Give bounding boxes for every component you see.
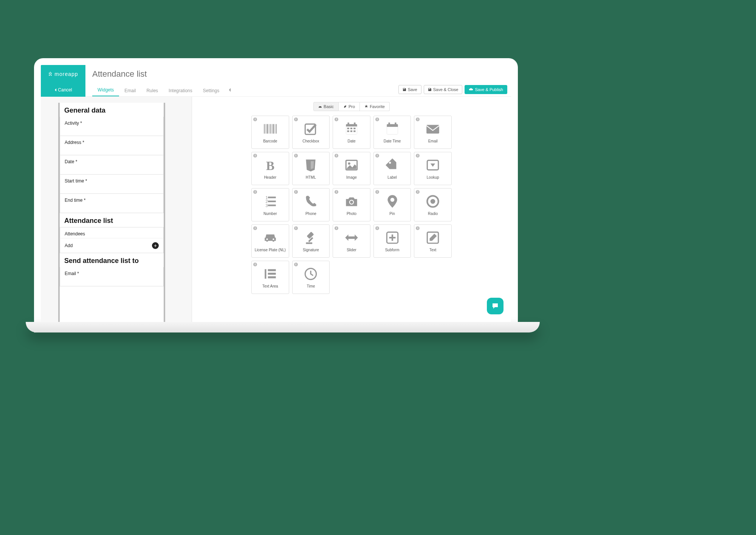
widget-barcode[interactable]: i Barcode	[251, 116, 289, 149]
field-email[interactable]: Email *	[60, 267, 164, 286]
add-attendee-button[interactable]: Add +	[60, 238, 164, 253]
section-general-data: General data	[60, 103, 164, 117]
tab-widgets[interactable]: Widgets	[92, 84, 119, 96]
widget-radio[interactable]: i Radio	[414, 188, 452, 221]
field-activity[interactable]: Activity *	[60, 117, 164, 136]
info-icon[interactable]: i	[375, 190, 379, 194]
info-icon[interactable]: i	[253, 190, 257, 194]
field-date[interactable]: Date *	[60, 155, 164, 175]
save-button[interactable]: Save	[398, 85, 421, 94]
svg-rect-17	[347, 130, 349, 132]
widget-slider[interactable]: i Slider	[333, 224, 370, 258]
widget-email[interactable]: i Email	[414, 116, 452, 149]
widget-phone[interactable]: i Phone	[292, 188, 330, 221]
gavel-icon	[303, 230, 319, 246]
info-icon[interactable]: i	[294, 190, 298, 194]
widget-text[interactable]: i Text	[414, 224, 452, 258]
svg-rect-23	[395, 122, 396, 125]
filter-basic[interactable]: Basic	[313, 102, 339, 111]
camera-icon	[344, 193, 359, 209]
brand-logo[interactable]: moreapp	[41, 65, 85, 83]
save-close-button[interactable]: Save & Close	[424, 85, 463, 94]
save-publish-button[interactable]: Save & Publish	[465, 85, 507, 94]
star-icon	[364, 105, 368, 108]
svg-rect-19	[353, 130, 355, 132]
svg-rect-13	[354, 122, 355, 125]
cancel-button[interactable]: Cancel	[41, 83, 85, 97]
info-icon[interactable]: i	[416, 154, 420, 158]
widget-subform[interactable]: i Subform	[373, 224, 411, 258]
svg-rect-15	[350, 128, 352, 129]
svg-rect-1	[265, 124, 266, 133]
svg-point-38	[390, 198, 394, 202]
svg-point-41	[266, 238, 268, 240]
info-icon[interactable]: i	[294, 154, 298, 158]
filter-pro[interactable]: Pro	[339, 102, 360, 111]
field-end-time[interactable]: End time *	[60, 194, 164, 213]
widget-license-plate[interactable]: i License Plate (NL)	[251, 224, 289, 258]
info-icon[interactable]: i	[335, 190, 338, 194]
floppy-icon	[428, 88, 432, 91]
widget-checkbox[interactable]: i Checkbox	[292, 116, 330, 149]
widget-grid: i Barcode i Checkbox i Date i	[251, 116, 452, 294]
widget-datetime[interactable]: i Date Time	[373, 116, 411, 149]
widget-time[interactable]: i Time	[292, 261, 330, 294]
info-icon[interactable]: i	[253, 226, 257, 230]
widget-html[interactable]: i HTML	[292, 152, 330, 185]
svg-rect-52	[268, 273, 276, 275]
plus-square-icon	[384, 230, 400, 246]
brand-text: moreapp	[54, 71, 78, 77]
section-attendance-list: Attendance list	[60, 213, 164, 227]
svg-rect-16	[353, 128, 355, 129]
info-icon[interactable]: i	[294, 263, 298, 266]
info-icon[interactable]: i	[294, 226, 298, 230]
widget-image[interactable]: i Image	[333, 152, 370, 185]
field-address[interactable]: Address *	[60, 136, 164, 155]
radio-icon	[425, 193, 441, 209]
widget-pin[interactable]: i Pin	[373, 188, 411, 221]
filter-favorite[interactable]: Favorite	[360, 102, 390, 111]
widget-lookup[interactable]: i Lookup	[414, 152, 452, 185]
cloud-icon	[469, 88, 473, 91]
widget-textarea[interactable]: i Text Area	[251, 261, 289, 294]
svg-rect-18	[350, 130, 352, 132]
info-icon[interactable]: i	[253, 118, 257, 121]
info-icon[interactable]: i	[416, 190, 420, 194]
info-icon[interactable]: i	[416, 226, 420, 230]
envelope-icon	[425, 121, 441, 137]
tab-rules[interactable]: Rules	[141, 85, 163, 96]
svg-rect-5	[271, 124, 272, 133]
info-icon[interactable]: i	[416, 118, 420, 121]
info-icon[interactable]: i	[335, 154, 338, 158]
info-icon[interactable]: i	[294, 118, 298, 121]
phone-icon	[303, 193, 319, 209]
info-icon[interactable]: i	[335, 226, 338, 230]
info-icon[interactable]: i	[375, 226, 379, 230]
info-icon[interactable]: i	[335, 118, 338, 121]
calendar-blank-icon	[384, 121, 400, 137]
tab-email[interactable]: Email	[119, 85, 141, 96]
svg-rect-22	[388, 122, 390, 125]
bold-icon: B	[262, 157, 278, 173]
form-preview-pane: General data Activity * Address * Date *…	[41, 97, 192, 322]
info-icon[interactable]: i	[375, 118, 379, 121]
widget-signature[interactable]: i Signature	[292, 224, 330, 258]
widget-photo[interactable]: i Photo	[333, 188, 370, 221]
svg-point-42	[273, 238, 274, 240]
chevron-left-icon	[228, 88, 231, 92]
tab-integrations[interactable]: Integrations	[163, 85, 198, 96]
info-icon[interactable]: i	[253, 154, 257, 158]
field-start-time[interactable]: Start time *	[60, 175, 164, 194]
tab-settings[interactable]: Settings	[198, 85, 225, 96]
info-icon[interactable]: i	[253, 263, 257, 266]
tabs-more[interactable]	[225, 83, 235, 96]
widget-date[interactable]: i Date	[333, 116, 370, 149]
info-icon[interactable]: i	[375, 154, 379, 158]
widget-label[interactable]: i Label	[373, 152, 411, 185]
chat-button[interactable]	[487, 298, 503, 314]
widget-header[interactable]: i B Header	[251, 152, 289, 185]
arrows-horizontal-icon	[344, 230, 359, 246]
wheat-icon	[48, 71, 53, 77]
widget-number[interactable]: i 123 Number	[251, 188, 289, 221]
svg-rect-35	[268, 204, 276, 206]
